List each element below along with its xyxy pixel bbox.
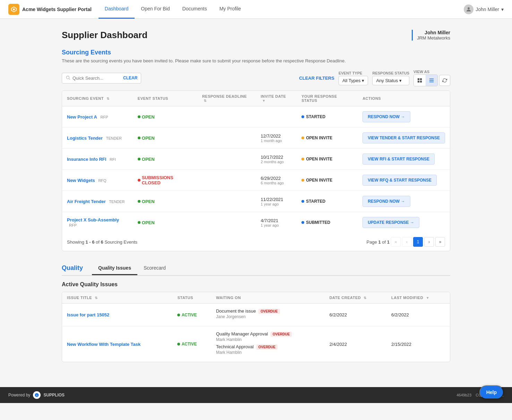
event-name-cell: Logistics Tender TENDER	[62, 128, 133, 149]
nav-documents[interactable]: Documents	[176, 0, 213, 19]
active-quality-title: Active Quality Issues	[62, 281, 450, 288]
nav-open-for-bid[interactable]: Open For Bid	[135, 0, 176, 19]
response-deadline-cell	[197, 170, 256, 191]
event-name-cell: New Project A RFP	[62, 106, 133, 128]
svg-rect-9	[429, 79, 434, 79]
q-col-status: STATUS	[172, 292, 211, 304]
actions-cell: RESPOND NOW →	[358, 191, 450, 212]
q-col-date-created[interactable]: DATE CREATED ⇅	[325, 292, 386, 304]
invite-date: 6/29/2022	[261, 176, 292, 181]
invite-date: 12/7/2022	[261, 133, 292, 139]
search-input[interactable]	[72, 76, 121, 81]
response-status-filter: RESPONSE STATUS Any Status ▾	[372, 71, 409, 85]
issue-title-link[interactable]: Issue for part 15052	[67, 312, 109, 317]
search-clear-btn[interactable]: CLEAR	[123, 76, 137, 80]
action-btn-1[interactable]: VIEW TENDER & START RESPONSE	[362, 132, 445, 143]
event-type-label: EVENT TYPE	[339, 71, 368, 75]
chevron-down-icon: ▾	[501, 7, 504, 12]
action-btn-0[interactable]: RESPOND NOW →	[362, 111, 410, 122]
quality-section-title: Quality	[62, 261, 89, 275]
event-name-cell: Project X Sub-Assembly RFP	[62, 212, 133, 233]
event-name-link[interactable]: New Widgets	[67, 178, 95, 183]
waiting-task-label: Document the issue	[216, 308, 256, 314]
invite-date-cell: 10/17/20222 months ago	[256, 149, 297, 170]
issue-title-link[interactable]: New Workflow With Template Task	[67, 342, 140, 347]
user-info-block: John Miller JRM Metalworks	[412, 30, 450, 41]
response-dot	[301, 179, 304, 182]
actions-cell: RESPOND NOW →	[358, 106, 450, 128]
q-col-issue-title[interactable]: ISSUE TITLE ⇅	[62, 292, 172, 304]
page-1-btn[interactable]: 1	[413, 237, 423, 247]
col-sourcing-event[interactable]: SOURCING EVENT ⇅	[62, 91, 133, 106]
invite-date-sub: 6 months ago	[261, 181, 292, 185]
nav-user-area: John Miller ▾	[464, 5, 504, 14]
clear-filters-btn[interactable]: CLEAR FILTERS	[299, 76, 334, 81]
nav-links: Dashboard Open For Bid Documents My Prof…	[99, 0, 464, 19]
event-name-link[interactable]: Logistics Tender	[67, 135, 103, 141]
waiting-on-person-2: Mark Hamblin	[216, 350, 320, 355]
issue-status-badge: ACTIVE	[177, 342, 206, 347]
prev-page-btn[interactable]: ‹	[402, 237, 412, 247]
event-status-cell: OPEN	[133, 212, 197, 233]
waiting-on-cell: Document the issue OVERDUE Jane Jorgense…	[211, 304, 325, 326]
first-page-btn[interactable]: «	[391, 237, 401, 247]
q-col-last-modified[interactable]: LAST MODIFIED ▼	[386, 292, 450, 304]
action-btn-5[interactable]: UPDATE RESPONSE →	[362, 217, 419, 228]
grid-view-btn[interactable]	[414, 75, 426, 86]
response-status-select[interactable]: Any Status ▾	[372, 76, 409, 85]
event-status: OPEN	[138, 157, 193, 162]
issue-status-badge: ACTIVE	[177, 313, 206, 317]
svg-rect-5	[418, 78, 419, 80]
event-name-link[interactable]: Insurance Info RFI	[67, 157, 106, 162]
user-company: JRM Metalworks	[417, 35, 450, 41]
event-type-select[interactable]: All Types ▾	[339, 76, 368, 85]
event-name-link[interactable]: Project X Sub-Assembly	[67, 217, 119, 222]
col-invite-date[interactable]: INVITE DATE ▼	[256, 91, 297, 106]
col-event-status[interactable]: EVENT STATUS	[133, 91, 197, 106]
waiting-task-2: Technical Approval OVERDUE Mark Hamblin	[216, 344, 320, 355]
pagination: Page 1 of 1 « ‹ 1 › »	[366, 237, 445, 247]
event-name-link[interactable]: Air Freight Tender	[67, 199, 106, 204]
event-name-link[interactable]: New Project A	[67, 114, 97, 120]
action-btn-3[interactable]: VIEW RFQ & START RESPONSE	[362, 175, 437, 186]
tab-quality-issues[interactable]: Quality Issues	[92, 262, 137, 275]
invite-date-cell	[256, 106, 297, 128]
nav-dashboard[interactable]: Dashboard	[99, 0, 135, 19]
invite-date-cell: 12/7/20221 month ago	[256, 128, 297, 149]
event-type-badge: TENDER	[106, 136, 122, 140]
action-btn-4[interactable]: RESPOND NOW →	[362, 196, 410, 207]
active-dot	[177, 343, 180, 345]
nav-my-profile[interactable]: My Profile	[213, 0, 247, 19]
event-type-badge: RFP	[101, 115, 108, 119]
q-col-waiting-on: WAITING ON	[211, 292, 325, 304]
user-name-label: John Miller	[476, 7, 499, 12]
table-row: Logistics Tender TENDER OPEN 12/7/20221 …	[62, 128, 450, 149]
waiting-task-label: Quality Manager Approval	[216, 331, 268, 336]
filters-row: CLEAR CLEAR FILTERS EVENT TYPE All Types…	[62, 70, 450, 86]
list-view-btn[interactable]	[426, 75, 437, 86]
invite-date: 11/22/2021	[261, 197, 292, 202]
action-btn-2[interactable]: VIEW RFI & START RESPONSE	[362, 154, 435, 165]
search-box[interactable]: CLEAR	[62, 73, 141, 84]
event-status-cell: OPEN	[133, 149, 197, 170]
sourcing-events-subtitle: These are the sourcing events you have b…	[62, 58, 450, 63]
status-dot	[138, 179, 140, 182]
col-response-deadline[interactable]: RESPONSE DEADLINE ⇅	[197, 91, 256, 106]
svg-rect-6	[420, 78, 422, 80]
response-status-cell: OPEN INVITE	[297, 128, 358, 149]
last-page-btn[interactable]: »	[435, 237, 445, 247]
refresh-btn[interactable]	[439, 75, 450, 86]
logo[interactable]: Acme Widgets Supplier Portal	[8, 4, 92, 15]
invite-date: 10/17/2022	[261, 155, 292, 160]
tab-scorecard[interactable]: Scorecard	[137, 262, 172, 275]
event-status-cell: SUBMISSIONS CLOSED	[133, 170, 197, 191]
next-page-btn[interactable]: ›	[424, 237, 434, 247]
invite-date-sub: 1 year ago	[261, 223, 292, 227]
supplios-brand: SUPPLIOS	[43, 393, 65, 397]
user-menu[interactable]: John Miller ▾	[464, 5, 504, 14]
response-status-badge: SUBMITTED	[301, 220, 353, 225]
invite-date-cell: 6/29/20226 months ago	[256, 170, 297, 191]
help-button[interactable]: Help	[479, 385, 504, 399]
response-status-label: RESPONSE STATUS	[372, 71, 409, 75]
sort-arrow-deadline: ⇅	[204, 99, 207, 103]
